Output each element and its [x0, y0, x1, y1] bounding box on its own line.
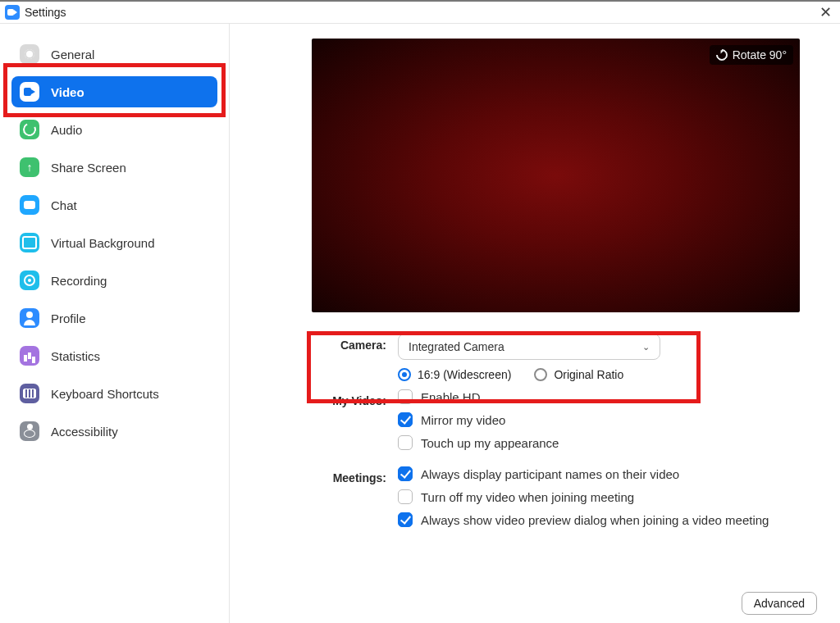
checkbox-icon — [398, 512, 413, 527]
share-screen-icon — [20, 157, 39, 177]
sidebar-item-label: Virtual Background — [51, 236, 154, 250]
sidebar-item-profile[interactable]: Profile — [11, 302, 217, 334]
turn-off-video-on-join-checkbox[interactable]: Turn off my video when joining meeting — [398, 489, 817, 504]
enable-hd-checkbox[interactable]: Enable HD — [398, 389, 817, 404]
sidebar-item-label: Statistics — [51, 349, 100, 363]
checkbox-label: Mirror my video — [421, 413, 505, 427]
sidebar-item-accessibility[interactable]: Accessibility — [11, 416, 217, 447]
sidebar-item-label: Recording — [51, 274, 107, 288]
virtual-background-icon — [20, 233, 39, 252]
keyboard-icon — [20, 384, 39, 403]
rotate-icon — [714, 47, 730, 63]
sidebar-item-keyboard-shortcuts[interactable]: Keyboard Shortcuts — [11, 378, 217, 409]
checkbox-label: Turn off my video when joining meeting — [421, 490, 634, 504]
chevron-down-icon: ⌄ — [642, 342, 650, 352]
radio-label: 16:9 (Widescreen) — [418, 368, 511, 381]
rotate-button[interactable]: Rotate 90° — [710, 45, 793, 65]
statistics-icon — [20, 346, 39, 366]
close-button[interactable]: ✕ — [816, 5, 835, 20]
mirror-video-checkbox[interactable]: Mirror my video — [398, 412, 817, 427]
profile-icon — [20, 308, 39, 328]
sidebar-item-label: Video — [51, 85, 84, 99]
video-icon — [20, 82, 39, 102]
camera-label: Camera: — [312, 334, 398, 352]
checkbox-label: Always show video preview dialog when jo… — [421, 513, 769, 527]
camera-selected-value: Integrated Camera — [409, 340, 504, 353]
sidebar: General Video Audio Share Screen Chat Vi… — [0, 24, 230, 623]
radio-icon — [398, 368, 411, 381]
aspect-ratio-widescreen-radio[interactable]: 16:9 (Widescreen) — [398, 368, 511, 381]
sidebar-item-label: Profile — [51, 312, 86, 325]
sidebar-item-label: Audio — [51, 123, 82, 137]
advanced-button[interactable]: Advanced — [742, 592, 817, 615]
advanced-label: Advanced — [754, 597, 805, 610]
checkbox-icon — [398, 389, 413, 404]
window-title: Settings — [25, 6, 66, 19]
sidebar-item-label: Keyboard Shortcuts — [51, 387, 159, 401]
headphones-icon — [20, 120, 39, 139]
sidebar-item-recording[interactable]: Recording — [11, 265, 217, 296]
checkbox-label: Enable HD — [421, 390, 481, 404]
sidebar-item-share-screen[interactable]: Share Screen — [11, 152, 217, 183]
checkbox-icon — [398, 435, 413, 450]
sidebar-item-general[interactable]: General — [11, 39, 217, 70]
sidebar-item-label: Accessibility — [51, 425, 118, 439]
app-icon — [5, 5, 20, 20]
gear-icon — [20, 44, 39, 64]
rotate-label: Rotate 90° — [733, 48, 787, 61]
checkbox-label: Touch up my appearance — [421, 436, 559, 450]
my-video-label: My Video: — [312, 389, 398, 407]
video-preview: Rotate 90° — [312, 39, 800, 312]
touch-up-appearance-checkbox[interactable]: Touch up my appearance — [398, 435, 817, 450]
sidebar-item-audio[interactable]: Audio — [11, 114, 217, 145]
checkbox-icon — [398, 489, 413, 504]
sidebar-item-chat[interactable]: Chat — [11, 189, 217, 221]
sidebar-item-label: General — [51, 48, 94, 61]
display-participant-names-checkbox[interactable]: Always display participant names on thei… — [398, 466, 817, 481]
sidebar-item-label: Chat — [51, 198, 77, 212]
accessibility-icon — [20, 421, 39, 441]
chat-icon — [20, 195, 39, 215]
sidebar-item-virtual-background[interactable]: Virtual Background — [11, 227, 217, 258]
meetings-label: Meetings: — [312, 466, 398, 484]
record-icon — [20, 271, 39, 290]
checkbox-label: Always display participant names on thei… — [421, 467, 679, 481]
sidebar-item-label: Share Screen — [51, 161, 126, 175]
title-bar: Settings ✕ — [0, 0, 840, 23]
show-video-preview-dialog-checkbox[interactable]: Always show video preview dialog when jo… — [398, 512, 817, 527]
aspect-ratio-original-radio[interactable]: Original Ratio — [534, 368, 623, 381]
checkbox-icon — [398, 412, 413, 427]
radio-icon — [534, 368, 547, 381]
radio-label: Original Ratio — [554, 368, 623, 381]
sidebar-item-video[interactable]: Video — [11, 76, 217, 107]
content-area: Rotate 90° Camera: Integrated Camera ⌄ — [230, 24, 840, 623]
camera-select[interactable]: Integrated Camera ⌄ — [398, 334, 660, 360]
sidebar-item-statistics[interactable]: Statistics — [11, 340, 217, 371]
checkbox-icon — [398, 466, 413, 481]
